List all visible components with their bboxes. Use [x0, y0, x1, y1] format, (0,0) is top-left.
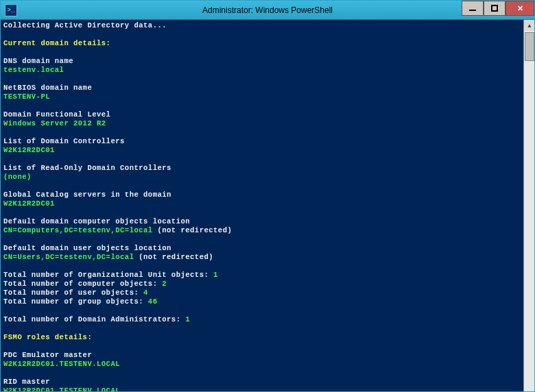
blank-line [3, 342, 521, 351]
minimize-button[interactable] [462, 1, 484, 16]
blank-line [3, 30, 521, 39]
output-label: Total number of Domain Administrators: [3, 315, 185, 323]
powershell-window: >_ Administrator: Windows PowerShell ✕ C… [0, 0, 535, 392]
scrollbar-thumb[interactable] [525, 32, 534, 61]
section-header: FSMO roles details: [3, 333, 521, 342]
blank-line [3, 75, 521, 84]
output-value: (none) [3, 173, 521, 182]
blank-line [3, 182, 521, 191]
output-label: Total number of user objects: [3, 289, 143, 297]
output-value: Windows Server 2012 R2 [3, 119, 521, 128]
blank-line [3, 48, 521, 57]
output-value: testenv.local [3, 66, 521, 75]
output-value: TESTENV-PL [3, 93, 521, 101]
console-area: Collecting Active Directory data... Curr… [1, 20, 534, 391]
output-label: List of Read-Only Domain Controllers [3, 164, 521, 173]
output-label: Domain Functional Level [3, 110, 521, 119]
output-line: Total number of computer objects: 2 [3, 280, 521, 289]
maximize-button[interactable] [484, 1, 506, 16]
powershell-icon: >_ [5, 4, 17, 16]
output-value: W2K12R2DC01 [3, 199, 521, 208]
output-value: CN=Users,DC=testenv,DC=local [3, 253, 134, 261]
output-label: DNS domain name [3, 57, 521, 66]
blank-line [3, 306, 521, 315]
output-line: Collecting Active Directory data... [3, 21, 521, 30]
blank-line [3, 324, 521, 333]
blank-line [3, 208, 521, 217]
window-title: Administrator: Windows PowerShell [202, 5, 333, 15]
output-value: CN=Computers,DC=testenv,DC=local [3, 226, 153, 234]
output-line: CN=Computers,DC=testenv,DC=local (not re… [3, 226, 521, 235]
output-value: 1 [213, 271, 218, 279]
output-note: (not redirected) [153, 226, 233, 234]
output-label: Total number of group objects: [3, 297, 148, 306]
output-label: Global Catalog servers in the domain [3, 191, 521, 199]
blank-line [3, 262, 521, 271]
output-label: Total number of Organizational Unit obje… [3, 271, 213, 279]
blank-line [3, 155, 521, 164]
output-label: Default domain computer objects location [3, 217, 521, 226]
blank-line [3, 369, 521, 378]
output-line: Total number of user objects: 4 [3, 289, 521, 297]
output-label: Default domain user objects location [3, 244, 521, 253]
blank-line [3, 128, 521, 137]
output-value: 46 [148, 297, 158, 306]
vertical-scrollbar[interactable]: ▲ [523, 20, 534, 391]
titlebar[interactable]: >_ Administrator: Windows PowerShell ✕ [1, 1, 534, 20]
window-controls: ✕ [462, 1, 534, 16]
output-value: 2 [162, 280, 167, 288]
output-label: Total number of computer objects: [3, 280, 162, 288]
section-header: Current domain details: [3, 39, 521, 48]
output-label: RID master [3, 378, 521, 387]
output-line: Total number of group objects: 46 [3, 297, 521, 306]
output-note: (not redirected) [134, 253, 213, 261]
output-value: W2K12R2DC01 [3, 146, 521, 155]
output-value: W2K12R2DC01.TESTENV.LOCAL [3, 360, 521, 369]
output-label: PDC Emulator master [3, 351, 521, 360]
output-value: W2K12R2DC01.TESTENV.LOCAL [3, 387, 521, 391]
output-value: 4 [143, 289, 148, 297]
output-line: Total number of Organizational Unit obje… [3, 271, 521, 280]
blank-line [3, 235, 521, 244]
close-button[interactable]: ✕ [506, 1, 534, 16]
console-output[interactable]: Collecting Active Directory data... Curr… [1, 20, 523, 391]
output-label: NetBIOS domain name [3, 84, 521, 93]
output-line: Total number of Domain Administrators: 1 [3, 315, 521, 324]
output-value: 1 [185, 315, 190, 323]
scroll-up-arrow[interactable]: ▲ [524, 20, 534, 31]
output-label: List of Domain Controllers [3, 137, 521, 146]
blank-line [3, 101, 521, 110]
output-line: CN=Users,DC=testenv,DC=local (not redire… [3, 253, 521, 262]
